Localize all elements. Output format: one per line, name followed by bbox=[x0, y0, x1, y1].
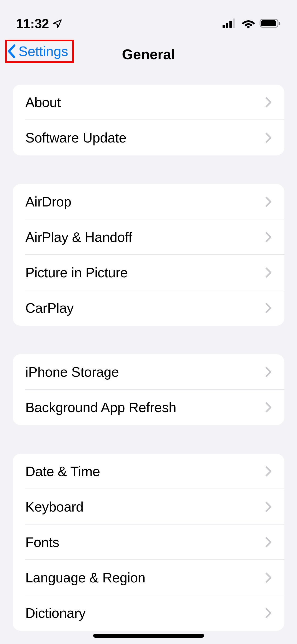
row-software-update[interactable]: Software Update bbox=[13, 120, 284, 155]
nav-bar: Settings General bbox=[0, 37, 297, 71]
wifi-icon bbox=[242, 18, 255, 29]
row-picture-in-picture[interactable]: Picture in Picture bbox=[13, 255, 284, 290]
chevron-right-icon bbox=[265, 132, 272, 143]
row-label: Dictionary bbox=[25, 605, 86, 621]
row-airdrop[interactable]: AirDrop bbox=[13, 184, 284, 219]
chevron-right-icon bbox=[265, 97, 272, 108]
row-date-time[interactable]: Date & Time bbox=[13, 454, 284, 489]
row-language-region[interactable]: Language & Region bbox=[13, 560, 284, 595]
chevron-right-icon bbox=[265, 196, 272, 207]
row-label: Fonts bbox=[25, 534, 59, 550]
nav-title: General bbox=[122, 46, 175, 62]
row-label: Keyboard bbox=[25, 499, 83, 515]
row-background-app-refresh[interactable]: Background App Refresh bbox=[13, 390, 284, 425]
status-left: 11:32 bbox=[16, 16, 63, 31]
settings-group: Date & Time Keyboard Fonts Language & Re… bbox=[13, 454, 284, 631]
row-keyboard[interactable]: Keyboard bbox=[13, 489, 284, 525]
row-dictionary[interactable]: Dictionary bbox=[13, 595, 284, 631]
back-label: Settings bbox=[18, 43, 68, 59]
row-about[interactable]: About bbox=[13, 85, 284, 120]
row-label: About bbox=[25, 94, 61, 110]
svg-point-4 bbox=[247, 26, 250, 28]
svg-rect-3 bbox=[233, 19, 235, 28]
chevron-right-icon bbox=[265, 537, 272, 548]
content: About Software Update AirDrop AirPlay & … bbox=[0, 71, 297, 631]
svg-rect-2 bbox=[229, 21, 232, 28]
row-label: Picture in Picture bbox=[25, 265, 128, 280]
row-label: Language & Region bbox=[25, 570, 145, 586]
row-label: iPhone Storage bbox=[25, 364, 119, 380]
svg-rect-6 bbox=[261, 20, 276, 26]
chevron-right-icon bbox=[265, 402, 272, 413]
row-airplay-handoff[interactable]: AirPlay & Handoff bbox=[13, 219, 284, 255]
battery-icon bbox=[260, 18, 281, 29]
chevron-right-icon bbox=[265, 466, 272, 477]
status-time: 11:32 bbox=[16, 16, 49, 31]
row-label: AirPlay & Handoff bbox=[25, 229, 132, 245]
row-fonts[interactable]: Fonts bbox=[13, 525, 284, 560]
home-indicator[interactable] bbox=[93, 634, 204, 638]
cellular-icon bbox=[223, 19, 237, 29]
settings-group: AirDrop AirPlay & Handoff Picture in Pic… bbox=[13, 184, 284, 326]
row-carplay[interactable]: CarPlay bbox=[13, 290, 284, 326]
row-label: Background App Refresh bbox=[25, 399, 176, 415]
row-label: AirDrop bbox=[25, 194, 71, 210]
settings-group: iPhone Storage Background App Refresh bbox=[13, 354, 284, 425]
chevron-right-icon bbox=[265, 502, 272, 512]
chevron-right-icon bbox=[265, 608, 272, 618]
chevron-right-icon bbox=[265, 267, 272, 278]
chevron-right-icon bbox=[265, 303, 272, 313]
location-icon bbox=[52, 19, 63, 29]
row-label: CarPlay bbox=[25, 300, 74, 316]
row-iphone-storage[interactable]: iPhone Storage bbox=[13, 354, 284, 390]
settings-group: About Software Update bbox=[13, 85, 284, 155]
svg-rect-0 bbox=[223, 25, 225, 28]
status-bar: 11:32 bbox=[0, 0, 297, 37]
chevron-left-icon bbox=[7, 44, 16, 59]
svg-rect-7 bbox=[279, 22, 280, 25]
row-label: Date & Time bbox=[25, 463, 100, 479]
chevron-right-icon bbox=[265, 367, 272, 377]
back-button[interactable]: Settings bbox=[5, 40, 74, 63]
row-label: Software Update bbox=[25, 130, 126, 146]
status-right bbox=[223, 18, 281, 29]
svg-rect-1 bbox=[226, 23, 228, 28]
chevron-right-icon bbox=[265, 572, 272, 583]
chevron-right-icon bbox=[265, 232, 272, 242]
